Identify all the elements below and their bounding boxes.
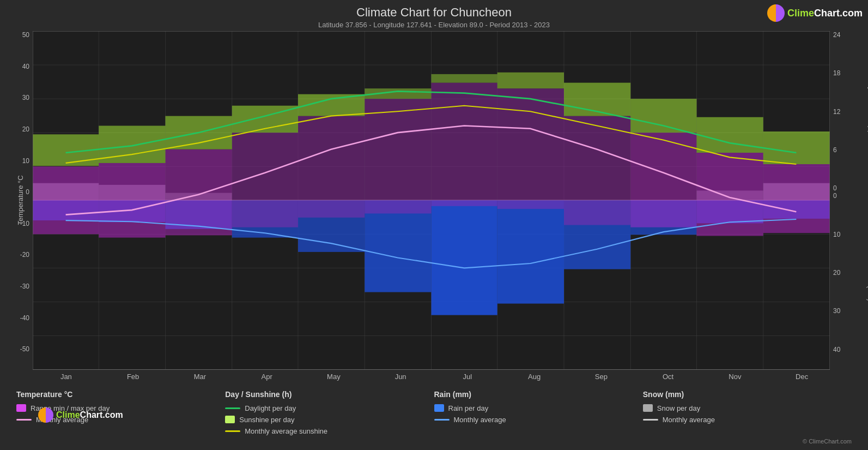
legend-rain: Rain (mm) Rain per day Monthly average bbox=[434, 390, 643, 445]
svg-rect-64 bbox=[696, 117, 763, 153]
legend-rain-title: Rain (mm) bbox=[434, 390, 643, 399]
chart-header: Climate Chart for Chuncheon Latitude 37.… bbox=[0, 0, 868, 31]
legend-sunshine: Day / Sunshine (h) Daylight per day Suns… bbox=[225, 390, 434, 445]
legend-snow-avg-line bbox=[643, 419, 658, 421]
svg-rect-44 bbox=[165, 149, 232, 236]
x-label-jul: Jul bbox=[434, 370, 501, 385]
svg-rect-30 bbox=[365, 200, 431, 292]
legend-rain-swatch bbox=[434, 404, 444, 412]
legend-snow-day-label: Snow per day bbox=[657, 404, 701, 412]
logo-circle-bot bbox=[38, 407, 53, 423]
y-axis-title-left: Temperature °C bbox=[16, 176, 25, 225]
svg-rect-49 bbox=[497, 88, 564, 209]
x-label-may: May bbox=[300, 370, 367, 385]
svg-rect-32 bbox=[497, 200, 564, 303]
legend-rain-per-day: Rain per day bbox=[434, 404, 643, 412]
legend-snow: Snow (mm) Snow per day Monthly average ©… bbox=[643, 390, 852, 445]
legend-sunshine-swatch bbox=[225, 416, 235, 423]
legend-rain-avg-line bbox=[434, 419, 450, 421]
legend-daylight-line bbox=[225, 407, 240, 409]
y-axis-right: Day / Sunshine (h) Rain / Snow (mm) 24 1… bbox=[830, 31, 868, 370]
x-label-oct: Oct bbox=[635, 370, 702, 385]
legend-sunshine-avg-line bbox=[225, 430, 240, 432]
svg-rect-65 bbox=[763, 131, 830, 164]
svg-rect-43 bbox=[99, 163, 165, 238]
legend-daylight-label: Daylight per day bbox=[245, 404, 296, 412]
x-label-apr: Apr bbox=[233, 370, 300, 385]
legend-rain-avg: Monthly average bbox=[434, 416, 643, 424]
legend-snow-title: Snow (mm) bbox=[643, 390, 852, 399]
legend-sunshine-avg: Monthly average sunshine bbox=[225, 427, 434, 435]
legend-daylight: Daylight per day bbox=[225, 404, 434, 412]
logo-circle-top bbox=[767, 4, 785, 22]
chart-svg bbox=[33, 31, 830, 370]
svg-rect-53 bbox=[763, 164, 830, 233]
svg-rect-31 bbox=[432, 200, 497, 315]
watermark: © ClimeChart.com bbox=[643, 438, 852, 445]
svg-rect-47 bbox=[365, 99, 431, 213]
chart-body: Temperature °C 50 40 30 20 10 0 -10 -20 … bbox=[0, 31, 868, 370]
x-label-aug: Aug bbox=[501, 370, 568, 385]
chart-plot bbox=[33, 31, 830, 370]
svg-rect-61 bbox=[497, 73, 564, 88]
legend-snow-avg-label: Monthly average bbox=[663, 416, 715, 424]
y-axis-left: Temperature °C 50 40 30 20 10 0 -10 -20 … bbox=[0, 31, 33, 370]
x-label-mar: Mar bbox=[167, 370, 234, 385]
x-label-feb: Feb bbox=[100, 370, 167, 385]
legend-rain-avg-label: Monthly average bbox=[454, 416, 506, 424]
svg-rect-42 bbox=[33, 166, 99, 234]
chart-container: Climate Chart for Chuncheon Latitude 37.… bbox=[0, 0, 868, 450]
chart-title: Climate Chart for Chuncheon bbox=[0, 5, 868, 20]
svg-rect-51 bbox=[630, 133, 696, 227]
legend-sunshine-avg-label: Monthly average sunshine bbox=[245, 427, 327, 435]
svg-rect-50 bbox=[564, 116, 630, 225]
legend-temp-avg-line bbox=[16, 419, 32, 421]
logo-top-right: ClimeChart.com bbox=[767, 4, 863, 22]
svg-rect-63 bbox=[630, 99, 696, 133]
legend-sunshine-day-label: Sunshine per day bbox=[239, 416, 294, 424]
x-label-nov: Nov bbox=[702, 370, 769, 385]
x-label-jan: Jan bbox=[33, 370, 100, 385]
legend-rain-day-label: Rain per day bbox=[448, 404, 489, 412]
x-label-jun: Jun bbox=[367, 370, 434, 385]
svg-rect-48 bbox=[432, 83, 497, 206]
svg-rect-46 bbox=[298, 116, 365, 218]
legend-snow-per-day: Snow per day bbox=[643, 404, 852, 412]
logo-text-bot: ClimeChart.com bbox=[56, 410, 123, 420]
legend-sunshine-title: Day / Sunshine (h) bbox=[225, 390, 434, 399]
logo-text-top: ClimeChart.com bbox=[787, 8, 863, 19]
legend-snow-swatch bbox=[643, 404, 653, 412]
chart-subtitle: Latitude 37.856 - Longitude 127.641 - El… bbox=[0, 21, 868, 29]
legend-area: Temperature °C Range min / max per day M… bbox=[0, 385, 868, 450]
logo-bottom-left: ClimeChart.com bbox=[38, 407, 123, 423]
x-label-sep: Sep bbox=[568, 370, 635, 385]
legend-sunshine-per-day: Sunshine per day bbox=[225, 416, 434, 424]
x-label-dec: Dec bbox=[768, 370, 835, 385]
x-axis: Jan Feb Mar Apr May Jun Jul Aug Sep Oct … bbox=[33, 370, 835, 385]
svg-rect-52 bbox=[696, 153, 763, 236]
legend-temp-range-swatch bbox=[16, 404, 26, 412]
legend-snow-avg: Monthly average bbox=[643, 416, 852, 424]
legend-temp-title: Temperature °C bbox=[16, 390, 225, 399]
svg-rect-60 bbox=[432, 74, 497, 83]
